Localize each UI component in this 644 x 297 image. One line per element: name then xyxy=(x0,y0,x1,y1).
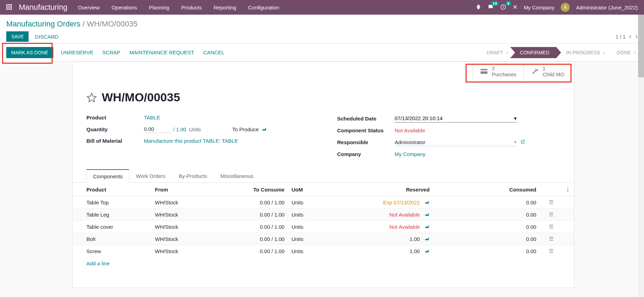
scheduled-date-input[interactable]: 07/13/2022 20:10:14▾ xyxy=(395,115,517,123)
product-label: Product xyxy=(86,115,144,120)
th-uom[interactable]: UoM xyxy=(288,183,339,196)
cell-from: WH/Stock xyxy=(152,245,237,257)
detail-icon[interactable]: ☰ xyxy=(549,211,553,217)
bom-label: Bill of Material xyxy=(86,138,144,144)
save-button[interactable]: SAVE xyxy=(6,31,29,42)
cell-product: Screw xyxy=(72,245,152,257)
record-title: WH/MO/00035 xyxy=(102,91,180,104)
th-reserved[interactable]: Reserved xyxy=(339,183,433,196)
cell-uom: Units xyxy=(288,245,339,257)
form-fields: ProductTABLE Quantity /1.00 Units To Pro… xyxy=(72,108,574,165)
cancel-button[interactable]: CANCEL xyxy=(203,49,224,55)
menu-overview[interactable]: Overview xyxy=(78,5,100,10)
table-row[interactable]: ScrewWH/Stock0.00 / 1.00Units1.00 0.00☰ xyxy=(72,245,574,257)
svg-rect-2 xyxy=(481,70,488,71)
menu-products[interactable]: Products xyxy=(181,5,202,10)
bom-value[interactable]: Manufacture this product TABLE: TABLE xyxy=(144,138,238,144)
th-consumed[interactable]: Consumed xyxy=(433,183,540,196)
cell-product: Table cover xyxy=(72,221,152,233)
star-icon[interactable] xyxy=(86,92,97,103)
avatar[interactable]: A xyxy=(561,3,570,12)
scrollbar-thumb[interactable] xyxy=(638,15,644,77)
scrollbar[interactable] xyxy=(638,15,644,297)
menu-configuration[interactable]: Configuration xyxy=(248,5,279,10)
table-row[interactable]: Table TopWH/Stock0.00 / 1.00UnitsExp 07/… xyxy=(72,196,574,209)
stat-child-label: Child MO xyxy=(543,71,565,77)
detail-icon[interactable]: ☰ xyxy=(549,236,553,242)
detail-icon[interactable]: ☰ xyxy=(549,224,553,229)
unreserve-button[interactable]: UNRESERVE xyxy=(61,49,93,55)
breadcrumb-root[interactable]: Manufacturing Orders xyxy=(6,19,80,28)
company-selector[interactable]: My Company xyxy=(524,5,554,10)
form-sheet: 2Purchases 1Child MO WH/MO/00035 Product… xyxy=(72,62,574,288)
detail-icon[interactable]: ☰ xyxy=(549,248,553,254)
responsible-label: Responsible xyxy=(337,139,395,145)
maintenance-request-button[interactable]: MAINTENANCE REQUEST xyxy=(129,49,194,55)
tab-work-orders[interactable]: Work Orders xyxy=(129,169,172,183)
user-name[interactable]: Administrator (June_2022) xyxy=(576,5,638,10)
top-nav: Manufacturing Overview Operations Planni… xyxy=(0,0,644,15)
main-menu: Overview Operations Planning Products Re… xyxy=(78,5,279,10)
th-to-consume[interactable]: To Consume xyxy=(237,183,288,196)
menu-reporting[interactable]: Reporting xyxy=(214,5,236,10)
step-draft[interactable]: DRAFT xyxy=(477,47,510,58)
forecast-icon[interactable] xyxy=(424,212,430,218)
responsible-input[interactable]: Administrator▾ xyxy=(395,138,517,146)
discard-button[interactable]: DISCARD xyxy=(35,34,59,40)
product-value[interactable]: TABLE xyxy=(144,115,160,120)
menu-operations[interactable]: Operations xyxy=(112,5,137,10)
detail-icon[interactable]: ☰ xyxy=(549,199,553,205)
activity-icon[interactable]: 9 xyxy=(500,4,506,11)
cell-reserved: Exp 07/13/2022 xyxy=(339,196,433,209)
step-confirmed[interactable]: CONFIRMED xyxy=(510,47,557,58)
table-row[interactable]: Table LegWH/Stock0.00 / 1.00UnitsNot Ava… xyxy=(72,209,574,221)
add-line-button[interactable]: Add a line xyxy=(72,257,574,270)
forecast-icon[interactable] xyxy=(424,248,430,254)
cell-uom: Units xyxy=(288,233,339,245)
th-from[interactable]: From xyxy=(152,183,237,196)
forecast-icon[interactable] xyxy=(261,126,267,132)
forecast-icon[interactable] xyxy=(424,236,430,242)
menu-planning[interactable]: Planning xyxy=(149,5,169,10)
external-link-icon[interactable] xyxy=(520,139,525,145)
apps-icon[interactable] xyxy=(6,4,13,10)
cell-uom: Units xyxy=(288,209,339,221)
cell-to-consume: 0.00 / 1.00 xyxy=(237,209,288,221)
step-done[interactable]: DONE xyxy=(607,47,638,58)
bug-icon[interactable] xyxy=(476,4,481,11)
table-row[interactable]: BoltWH/Stock0.00 / 1.00Units1.00 0.00☰ xyxy=(72,233,574,245)
tab-miscellaneous[interactable]: Miscellaneous xyxy=(214,169,260,183)
scrap-button[interactable]: SCRAP xyxy=(102,49,121,55)
close-icon[interactable] xyxy=(513,5,518,10)
pager-prev-icon[interactable]: ‹ xyxy=(629,32,631,41)
tab-by-products[interactable]: By-Products xyxy=(172,169,214,183)
tab-components[interactable]: Components xyxy=(86,169,129,183)
components-table: Product From To Consume UoM Reserved Con… xyxy=(72,183,574,257)
tabs: Components Work Orders By-Products Misce… xyxy=(72,169,574,183)
credit-card-icon xyxy=(480,67,488,76)
stat-purchases-label: Purchases xyxy=(492,71,516,77)
step-in-progress[interactable]: IN PROGRESS xyxy=(556,47,607,58)
breadcrumb-leaf: WH/MO/00035 xyxy=(87,19,138,28)
company-value[interactable]: My Company xyxy=(395,151,426,157)
pager-next-icon[interactable]: › xyxy=(635,32,638,41)
cell-to-consume: 0.00 / 1.00 xyxy=(237,221,288,233)
cell-product: Table Top xyxy=(72,196,152,209)
cell-from: WH/Stock xyxy=(152,196,237,209)
kebab-icon[interactable]: ⋮ xyxy=(565,186,570,192)
forecast-icon[interactable] xyxy=(424,200,430,205)
quantity-input[interactable] xyxy=(144,125,172,133)
table-row[interactable]: Table coverWH/Stock0.00 / 1.00UnitsNot A… xyxy=(72,221,574,233)
th-product[interactable]: Product xyxy=(72,183,152,196)
chat-icon[interactable]: 14 xyxy=(488,4,494,11)
app-brand[interactable]: Manufacturing xyxy=(19,3,67,12)
forecast-icon[interactable] xyxy=(424,224,430,230)
cell-to-consume: 0.00 / 1.00 xyxy=(237,245,288,257)
stat-purchases[interactable]: 2Purchases xyxy=(473,62,523,81)
cell-product: Table Leg xyxy=(72,209,152,221)
cell-from: WH/Stock xyxy=(152,233,237,245)
mark-as-done-button[interactable]: MARK AS DONE xyxy=(6,47,53,58)
stat-child-mo[interactable]: 1Child MO xyxy=(523,62,574,81)
breadcrumb: Manufacturing Orders / WH/MO/00035 xyxy=(6,19,638,29)
chat-badge: 14 xyxy=(491,1,499,6)
